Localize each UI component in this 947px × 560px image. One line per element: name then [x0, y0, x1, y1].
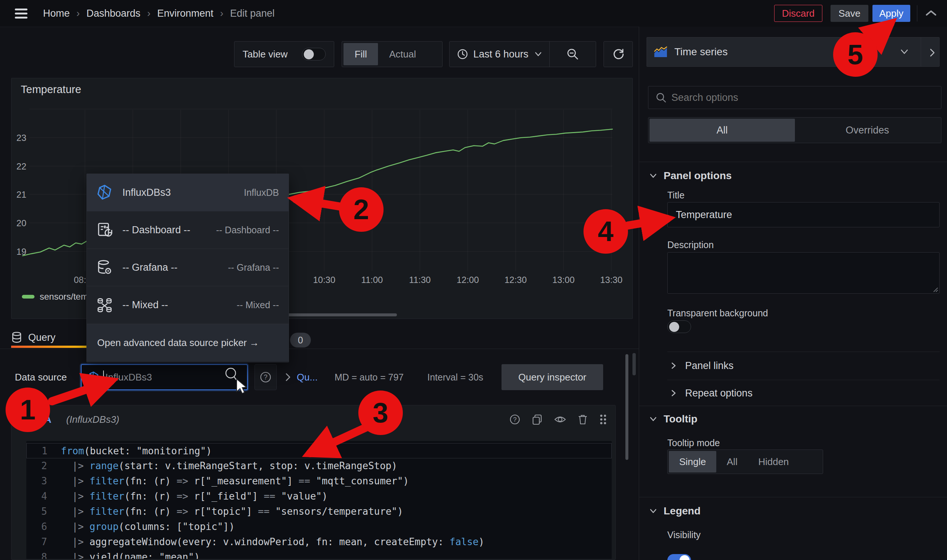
viz-expand-chevron-icon[interactable]: [929, 48, 936, 57]
save-button[interactable]: Save: [830, 5, 868, 22]
breadcrumb-edit-panel: Edit panel: [230, 8, 274, 19]
tooltip-mode-segmented: Single All Hidden: [667, 449, 823, 474]
svg-text:22: 22: [16, 162, 26, 171]
code-line-8[interactable]: 8 |> yield(name: "mean"): [26, 549, 612, 559]
panel-title-input[interactable]: [667, 202, 939, 227]
repeat-options-section-header[interactable]: Repeat options: [671, 385, 753, 401]
datasource-help-button[interactable]: ?: [254, 364, 277, 390]
code-line-4[interactable]: 4 |> filter(fn: (r) => r["_field"] == "v…: [26, 489, 612, 504]
dropdown-item-dashboard[interactable]: -- Dashboard -- -- Dashboard --: [87, 211, 289, 249]
visualization-picker[interactable]: Time series: [647, 37, 939, 67]
section-divider: [639, 497, 947, 497]
code-line-2[interactable]: 2 |> range(start: v.timeRangeStart, stop…: [26, 458, 612, 474]
picker-divider: [921, 37, 921, 66]
search-icon: [656, 92, 666, 103]
panel-links-section-header[interactable]: Panel links: [671, 357, 734, 374]
chevron-down-icon: [534, 52, 542, 57]
tooltip-label: Tooltip: [664, 413, 698, 425]
database-icon: [11, 332, 22, 343]
vertical-scrollbar[interactable]: [625, 354, 628, 460]
legend-section-header[interactable]: Legend: [650, 503, 701, 519]
search-options-input[interactable]: [671, 92, 941, 103]
open-advanced-picker-link[interactable]: Open advanced data source picker →: [87, 324, 289, 361]
tooltip-mode-hidden[interactable]: Hidden: [748, 451, 799, 472]
hamburger-menu-icon[interactable]: [15, 8, 28, 19]
time-series-viz-icon: [654, 46, 668, 58]
data-source-dropdown: InfluxDBs3 InfluxDB -- Dashboard -- -- D…: [86, 174, 289, 362]
pane-resize-handle[interactable]: [279, 313, 397, 316]
table-view-toggle[interactable]: [302, 48, 326, 60]
transparent-background-toggle[interactable]: [667, 320, 691, 333]
badge-count: 0: [298, 335, 303, 346]
code-line-6[interactable]: 6 |> group(columns: ["topic"]): [26, 519, 612, 534]
fill-option[interactable]: Fill: [343, 43, 378, 65]
discard-button[interactable]: Discard: [774, 5, 822, 22]
tooltip-mode-single[interactable]: Single: [669, 451, 716, 472]
max-data-points-text: MD = auto = 797: [334, 372, 403, 383]
data-source-input[interactable]: InfluxDBs3: [81, 364, 248, 390]
svg-text:13:30: 13:30: [600, 275, 622, 285]
hide-query-eye-icon[interactable]: [554, 414, 567, 425]
flux-code-editor[interactable]: 1from(bucket: "monitoring")2 |> range(st…: [26, 441, 612, 559]
time-range-picker[interactable]: Last 6 hours: [450, 42, 549, 67]
tab-query[interactable]: Query: [11, 326, 55, 349]
fill-actual-segmented: Fill Actual: [342, 41, 442, 67]
text-caret: [103, 371, 104, 384]
data-source-value: InfluxDBs3: [105, 372, 152, 383]
legend-visibility-toggle[interactable]: [667, 554, 691, 560]
tooltip-mode-all[interactable]: All: [716, 451, 748, 472]
influxdb-logo-icon: [88, 371, 99, 383]
tooltip-section-header[interactable]: Tooltip: [650, 411, 698, 427]
breadcrumb-environment[interactable]: Environment: [157, 8, 214, 19]
breadcrumb-dashboards[interactable]: Dashboards: [86, 8, 140, 19]
item-type: -- Grafana --: [228, 262, 279, 273]
collapse-chevron-icon[interactable]: [20, 417, 28, 422]
title-label: Title: [667, 190, 684, 201]
grafana-datasource-icon: [97, 259, 113, 275]
visibility-label: Visibility: [667, 529, 701, 540]
query-inspector-button[interactable]: Query inspector: [502, 364, 603, 390]
code-line-3[interactable]: 3 |> filter(fn: (r) => r["_measurement"]…: [26, 474, 612, 489]
top-bar: Home › Dashboards › Environment › Edit p…: [0, 0, 947, 27]
inset-divider: [667, 352, 939, 352]
query-options-chevron-icon[interactable]: [285, 372, 291, 382]
tab-all[interactable]: All: [650, 118, 795, 142]
query-row-header[interactable]: A (InfluxDBs3) ?: [11, 405, 615, 434]
textarea-resize-handle[interactable]: [932, 286, 938, 292]
item-type: -- Dashboard --: [216, 225, 279, 235]
chevron-down-icon: [650, 173, 657, 178]
inset-divider: [667, 380, 939, 380]
zoom-out-button[interactable]: [550, 42, 596, 67]
panel-options-section-header[interactable]: Panel options: [650, 168, 732, 184]
tab-count-badge: 0: [290, 333, 311, 348]
code-line-7[interactable]: 7 |> aggregateWindow(every: v.windowPeri…: [26, 534, 612, 549]
query-help-icon[interactable]: ?: [509, 414, 520, 425]
breadcrumb-separator: ›: [76, 8, 80, 19]
drag-handle-icon[interactable]: [599, 414, 607, 425]
collapse-chevron-up-icon[interactable]: [925, 9, 937, 18]
options-search[interactable]: [648, 86, 941, 109]
code-line-1[interactable]: 1from(bucket: "monitoring"): [26, 443, 612, 458]
advanced-picker-label: Open advanced data source picker →: [97, 337, 259, 349]
actual-option[interactable]: Actual: [378, 43, 427, 65]
apply-button[interactable]: Apply: [872, 5, 910, 22]
breadcrumb-home[interactable]: Home: [43, 8, 70, 19]
query-ref-id: A: [44, 414, 52, 425]
query-row-card: A (InfluxDBs3) ? 1fr: [11, 405, 616, 560]
duplicate-query-icon[interactable]: [531, 414, 543, 425]
dropdown-item-mixed[interactable]: -- Mixed -- -- Mixed --: [87, 286, 289, 324]
refresh-button[interactable]: [604, 41, 633, 67]
chevron-down-icon: [900, 49, 909, 55]
mini-scrollbar[interactable]: [633, 353, 636, 375]
table-view-control: Table view: [234, 41, 334, 67]
panel-options-label: Panel options: [664, 170, 732, 182]
query-options-link[interactable]: Qu...: [297, 372, 317, 383]
code-line-5[interactable]: 5 |> filter(fn: (r) => r["topic"] == "se…: [26, 504, 612, 519]
tab-overrides[interactable]: Overrides: [795, 118, 940, 142]
dropdown-item-grafana[interactable]: -- Grafana -- -- Grafana --: [87, 249, 289, 286]
dropdown-item-influxdb[interactable]: InfluxDBs3 InfluxDB: [87, 174, 289, 211]
description-label: Description: [667, 240, 714, 250]
panel-description-textarea[interactable]: [667, 252, 939, 294]
delete-query-trash-icon[interactable]: [577, 414, 588, 425]
svg-text:11:00: 11:00: [361, 275, 383, 285]
